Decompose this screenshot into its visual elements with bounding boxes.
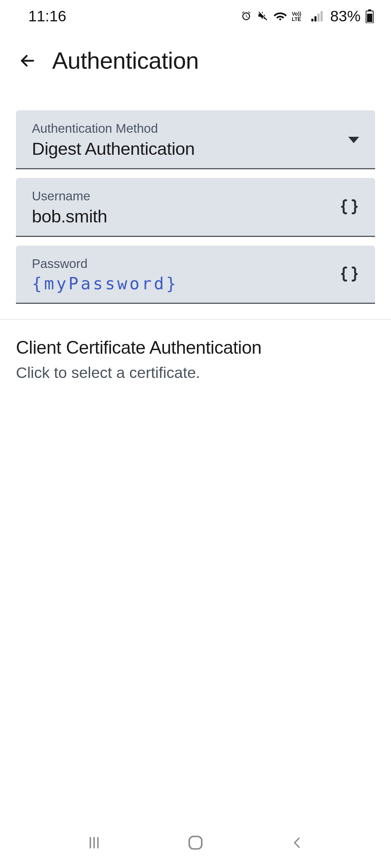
svg-rect-3 [314,16,316,21]
auth-method-select[interactable]: Authentication Method Digest Authenticat… [16,110,375,169]
page-title: Authentication [52,47,199,74]
alarm-icon [240,10,252,22]
battery-icon [366,10,374,22]
braces-icon [340,265,359,285]
chevron-down-icon [348,137,359,143]
svg-rect-12 [189,837,202,849]
password-label: Password [32,256,331,271]
password-variable-button[interactable] [331,265,359,285]
svg-rect-2 [311,19,314,21]
password-value: {myPassword} [32,274,331,293]
braces-icon [340,198,359,217]
svg-text:LTE: LTE [292,16,301,22]
chevron-left-icon [290,835,304,851]
svg-rect-8 [367,14,373,22]
signal-icon [311,10,324,22]
client-certificate-title: Client Certificate Authentication [16,337,375,358]
username-value: bob.smith [32,206,331,226]
svg-text:Vo)): Vo)) [292,11,301,17]
status-time: 11:16 [28,8,66,25]
status-icons: Vo))LTE 83% [240,8,374,25]
mute-icon [257,10,269,22]
username-label: Username [32,189,331,203]
client-certificate-subtitle: Click to select a certificate. [16,364,375,382]
home-icon [187,834,204,851]
password-field[interactable]: Password {myPassword} [16,246,375,304]
battery-percent: 83% [330,8,361,25]
username-field[interactable]: Username bob.smith [16,178,375,237]
auth-method-label: Authentication Method [32,121,340,136]
recents-icon [87,835,102,850]
nav-home-button[interactable] [185,832,206,854]
system-nav-bar [0,817,391,868]
wifi-icon [274,10,287,22]
status-bar: 11:16 Vo))LTE 83% [0,0,391,33]
nav-back-button[interactable] [286,832,308,854]
nav-recents-button[interactable] [83,832,105,854]
username-variable-button[interactable] [331,198,359,217]
svg-rect-4 [318,14,320,21]
auth-method-value: Digest Authentication [32,139,340,159]
arrow-left-icon [18,51,37,71]
volte-icon: Vo))LTE [292,10,306,22]
app-bar: Authentication [0,33,391,89]
back-button[interactable] [17,51,38,71]
svg-rect-5 [320,11,323,21]
client-certificate-row[interactable]: Client Certificate Authentication Click … [0,320,391,382]
